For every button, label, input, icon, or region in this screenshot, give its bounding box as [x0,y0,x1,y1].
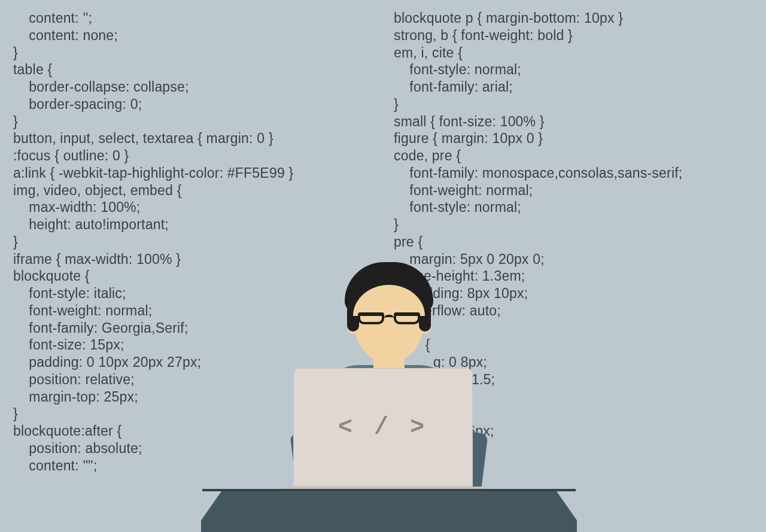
desk [221,491,557,532]
code-icon: < / > [338,414,428,441]
laptop-lid: < / > [293,368,473,487]
hair [345,262,433,316]
css-code-left: content: ''; content: none; } table { bo… [13,10,293,474]
glasses-icon [358,312,420,327]
